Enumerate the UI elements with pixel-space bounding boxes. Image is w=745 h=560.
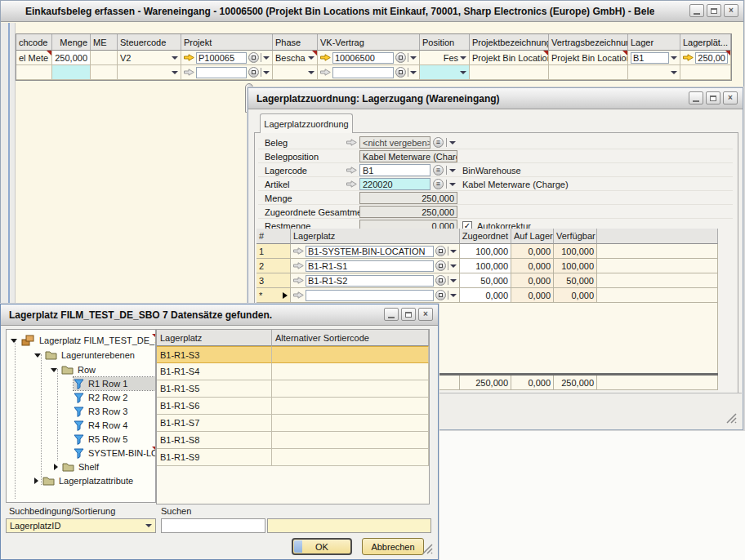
list-icon[interactable]: ≡ <box>433 179 444 189</box>
tree-item-lagerplatzattribute[interactable]: Lagerplatzattribute <box>7 474 156 487</box>
cell-beschreibung[interactable]: el Mete <box>16 51 52 65</box>
row-number-cell[interactable]: 1 <box>257 244 291 259</box>
tree-item-r1-selected[interactable]: R1 Row 1 <box>74 377 155 390</box>
dropdown-icon[interactable] <box>263 56 270 60</box>
link-arrow-icon[interactable] <box>184 54 194 61</box>
lagerplatz-input[interactable]: B1-R1-S2 <box>306 275 434 287</box>
expander-closed-icon[interactable] <box>34 478 38 484</box>
dropdown-icon[interactable] <box>145 524 152 527</box>
resize-grip[interactable] <box>726 413 737 424</box>
dropdown-icon[interactable] <box>449 183 456 186</box>
choose-from-list-icon[interactable] <box>435 246 446 256</box>
expander-open-icon[interactable] <box>51 368 57 372</box>
tree-item-system-bin[interactable]: SYSTEM-BIN-LOC <box>74 447 156 460</box>
cell-vertragsbezeichnung[interactable]: Projekt Bin Locations <box>549 51 628 65</box>
result-row[interactable]: B1-R1-S9 <box>157 449 429 466</box>
dropdown-icon[interactable] <box>172 71 178 74</box>
choose-from-list-icon[interactable] <box>435 275 446 286</box>
minimize-button[interactable] <box>384 308 399 321</box>
dropdown-icon[interactable] <box>449 169 456 172</box>
dropdown-icon[interactable] <box>263 71 270 74</box>
cell-beschreibung[interactable] <box>16 65 52 80</box>
list-icon[interactable]: ≡ <box>433 165 444 176</box>
cell-vertragsbezeichnung[interactable] <box>549 65 628 80</box>
vk-vertrag-input[interactable]: 10006500 <box>332 52 394 64</box>
cell-me[interactable] <box>91 51 118 65</box>
tree-item-row[interactable]: Row <box>7 363 156 376</box>
close-button[interactable]: × <box>418 308 433 321</box>
cell-steuercode[interactable] <box>118 65 181 80</box>
vk-vertrag-input[interactable] <box>332 67 394 78</box>
lager-input[interactable]: B1 <box>631 52 669 64</box>
tree-item-lagerunterebenen[interactable]: Lagerunterebenen <box>7 349 156 362</box>
cell-phase[interactable]: Bescha <box>273 51 318 65</box>
list-icon[interactable]: ≡ <box>433 137 444 148</box>
lagerplatz-cell[interactable] <box>291 288 460 303</box>
result-row[interactable]: B1-R1-S6 <box>157 398 429 415</box>
lagerplatz-input[interactable]: B1-R1-S1 <box>306 260 434 272</box>
dropdown-icon[interactable] <box>460 71 466 74</box>
dropdown-icon[interactable] <box>460 56 466 60</box>
cell-phase[interactable] <box>273 65 318 80</box>
dropdown-icon[interactable] <box>450 264 457 268</box>
result-row[interactable]: B1-R1-S4 <box>157 363 429 380</box>
expander-open-icon[interactable] <box>11 339 17 343</box>
choose-from-list-icon[interactable] <box>435 260 446 271</box>
result-row[interactable]: B1-R1-S5 <box>157 380 429 398</box>
lagerplatz-cell[interactable]: B1-SYSTEM-BIN-LOCATION <box>291 244 460 259</box>
cell-position[interactable]: Fes <box>420 51 470 65</box>
dropdown-icon[interactable] <box>449 141 456 144</box>
maximize-button[interactable] <box>707 4 721 17</box>
cell-vk-vertrag[interactable]: 10006500 <box>318 51 420 65</box>
result-row[interactable]: B1-R1-S8 <box>157 432 429 449</box>
expander-closed-icon[interactable] <box>54 464 58 470</box>
tree-item-r3[interactable]: R3 Row 3 <box>74 405 155 418</box>
projekt-input[interactable] <box>196 67 247 78</box>
resize-grip[interactable] <box>422 544 433 554</box>
dropdown-icon[interactable] <box>671 56 677 60</box>
lagerplatz-cell[interactable]: B1-R1-S2 <box>291 273 460 288</box>
row-number-cell[interactable]: * <box>257 288 291 303</box>
cell-me[interactable] <box>91 65 118 80</box>
maximize-button[interactable] <box>706 91 720 104</box>
dropdown-icon[interactable] <box>450 294 457 297</box>
row-number-cell[interactable]: 2 <box>257 259 291 273</box>
cell-menge[interactable]: 250,000 <box>52 51 91 65</box>
tab-lagerplatzzuordnung[interactable]: Lagerplatzzuordnung <box>260 113 353 133</box>
cell-projektbezeichnung[interactable] <box>470 65 549 80</box>
condition-select[interactable]: LagerplatzID <box>6 518 156 533</box>
cell-lager[interactable] <box>628 65 680 80</box>
search-input[interactable] <box>161 518 265 533</box>
dropdown-icon[interactable] <box>308 71 315 74</box>
cell-vk-vertrag[interactable] <box>318 65 420 80</box>
cell-lagerplaetze[interactable]: 250,00 <box>680 51 731 65</box>
minimize-button[interactable] <box>689 4 704 17</box>
cell-lagerplaetze[interactable] <box>680 65 731 80</box>
lagercode-field[interactable]: B1 <box>359 164 430 176</box>
dropdown-icon[interactable] <box>172 56 178 60</box>
lagerplatz-input[interactable]: B1-SYSTEM-BIN-LOCATION <box>306 246 434 257</box>
choose-from-list-icon[interactable] <box>395 67 406 78</box>
zugeordnet-cell[interactable]: 100,000 <box>460 259 511 273</box>
tree-item-r2[interactable]: R2 Row 2 <box>74 391 155 404</box>
dropdown-icon[interactable] <box>450 250 457 253</box>
dropdown-icon[interactable] <box>308 56 315 60</box>
choose-from-list-icon[interactable] <box>435 290 446 300</box>
close-button[interactable]: × <box>723 91 738 104</box>
tree-item-r4[interactable]: R4 Row 4 <box>74 419 155 432</box>
close-button[interactable]: × <box>724 4 738 17</box>
row-number-cell[interactable]: 3 <box>257 273 291 288</box>
cell-projektbezeichnung[interactable]: Projekt Bin Location <box>470 51 549 65</box>
zugeordnet-cell[interactable]: 100,000 <box>460 244 511 259</box>
cell-steuercode[interactable]: V2 <box>118 51 181 65</box>
dialog-titlebar[interactable]: Lagerplatzzuordnung: Lagerzugang (Warene… <box>248 88 743 109</box>
cell-projekt[interactable]: P100065 <box>181 51 273 65</box>
dropdown-icon[interactable] <box>410 71 417 74</box>
dropdown-icon[interactable] <box>410 56 417 60</box>
lagerplatz-cell[interactable]: B1-R1-S1 <box>291 259 460 273</box>
link-arrow-icon[interactable] <box>683 54 694 61</box>
tree-item-r5[interactable]: R5 Row 5 <box>74 433 155 446</box>
ok-button[interactable]: OK <box>292 538 352 555</box>
expander-open-icon[interactable] <box>34 353 41 358</box>
lagerplaetze-input[interactable]: 250,00 <box>695 52 728 64</box>
